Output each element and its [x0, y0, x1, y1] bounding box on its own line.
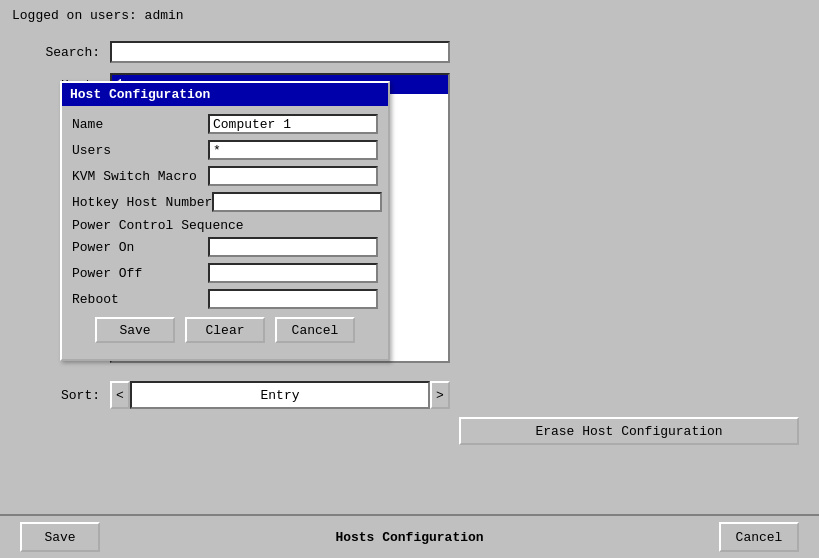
kvm-row: KVM Switch Macro — [72, 166, 378, 186]
host-config-dialog: Host Configuration Name Users KVM Switch… — [60, 81, 390, 361]
power-on-input[interactable] — [208, 237, 378, 257]
power-off-input[interactable] — [208, 263, 378, 283]
name-input[interactable] — [208, 114, 378, 134]
bottom-save-button[interactable]: Save — [20, 522, 100, 552]
dialog-cancel-button[interactable]: Cancel — [275, 317, 355, 343]
erase-button[interactable]: Erase Host Configuration — [459, 417, 799, 445]
name-row: Name — [72, 114, 378, 134]
search-row: Search: — [20, 41, 799, 63]
kvm-label: KVM Switch Macro — [72, 169, 208, 184]
reboot-row: Reboot — [72, 289, 378, 309]
name-label: Name — [72, 117, 208, 132]
dialog-save-button[interactable]: Save — [95, 317, 175, 343]
users-input[interactable] — [208, 140, 378, 160]
content-area: Search: Hosts 1: 2: 3: Host Configuratio… — [0, 31, 819, 373]
power-off-row: Power Off — [72, 263, 378, 283]
kvm-input[interactable] — [208, 166, 378, 186]
power-off-label: Power Off — [72, 266, 208, 281]
logged-on-bar: Logged on users: admin — [0, 0, 819, 31]
power-on-label: Power On — [72, 240, 208, 255]
users-row: Users — [72, 140, 378, 160]
sort-area: Sort: < Entry > — [0, 381, 819, 409]
main-window: Logged on users: admin Search: Hosts 1: … — [0, 0, 819, 558]
logged-on-text: Logged on users: admin — [12, 8, 184, 23]
search-label: Search: — [20, 45, 100, 60]
sort-next-button[interactable]: > — [430, 381, 450, 409]
sort-prev-button[interactable]: < — [110, 381, 130, 409]
search-input[interactable] — [110, 41, 450, 63]
dialog-clear-button[interactable]: Clear — [185, 317, 265, 343]
dialog-content: Name Users KVM Switch Macro Hotkey Host … — [62, 106, 388, 359]
bottom-bar: Save Hosts Configuration Cancel — [0, 514, 819, 558]
dialog-buttons: Save Clear Cancel — [72, 317, 378, 351]
bottom-cancel-button[interactable]: Cancel — [719, 522, 799, 552]
sort-value: Entry — [130, 381, 430, 409]
hotkey-label: Hotkey Host Number — [72, 195, 212, 210]
dialog-title-bar: Host Configuration — [62, 83, 388, 106]
reboot-input[interactable] — [208, 289, 378, 309]
erase-btn-row: Erase Host Configuration — [0, 409, 819, 453]
sort-label: Sort: — [20, 388, 100, 403]
power-control-label: Power Control Sequence — [72, 218, 378, 233]
dialog-title: Host Configuration — [70, 87, 210, 102]
sort-nav: < Entry > — [110, 381, 450, 409]
power-on-row: Power On — [72, 237, 378, 257]
users-label: Users — [72, 143, 208, 158]
reboot-label: Reboot — [72, 292, 208, 307]
bottom-title: Hosts Configuration — [335, 530, 483, 545]
hotkey-input[interactable] — [212, 192, 382, 212]
hotkey-row: Hotkey Host Number — [72, 192, 378, 212]
